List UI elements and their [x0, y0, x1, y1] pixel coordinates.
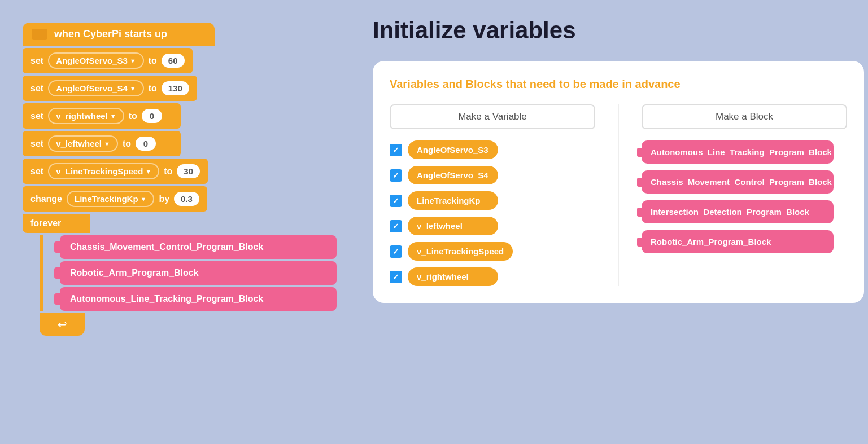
set-var-4: v_LineTrackingSpeed — [48, 163, 159, 179]
set-value-3: 0 — [136, 137, 156, 151]
set-block-3: set v_leftwheel to 0 — [23, 131, 181, 156]
forever-block-text-1: Robotic_Arm_Program_Block — [70, 268, 199, 278]
indent-group: Chassis_Movement_Control_Program_Block R… — [40, 235, 350, 311]
to-label-4: to — [164, 166, 172, 177]
set-label-1: set — [30, 83, 43, 94]
var-item-4: v_LineTrackingSpeed — [390, 242, 595, 261]
set-block-1: set AngleOfServo_S4 to 130 — [23, 76, 197, 101]
forever-block-text-2: Autonomous_Line_Tracking_Program_Block — [70, 294, 263, 304]
page-title: Initialize variables — [373, 17, 864, 44]
var-pill-0: AngleOfServo_S3 — [408, 140, 498, 159]
block-pill-text-3: Robotic_Arm_Program_Block — [651, 237, 771, 247]
checkbox-0[interactable] — [390, 144, 402, 156]
var-item-0: AngleOfServo_S3 — [390, 140, 595, 159]
to-label-1: to — [149, 83, 157, 94]
var-pill-2: LineTrackingKp — [408, 191, 498, 210]
checkbox-1[interactable] — [390, 169, 402, 182]
var-item-5: v_rightwheel — [390, 267, 595, 286]
set-var-0: AngleOfServo_S3 — [48, 52, 144, 69]
block-pill-1: Chassis_Movement_Control_Program_Block — [642, 170, 834, 194]
var-pill-1: AngleOfServo_S4 — [408, 166, 498, 184]
block-pill-text-2: Intersection_Detection_Program_Block — [651, 207, 809, 217]
checkbox-5[interactable] — [390, 271, 402, 283]
change-block: change LineTrackingKp by 0.3 — [23, 186, 207, 212]
card-columns: Make a Variable AngleOfServo_S3 AngleOfS… — [390, 104, 847, 286]
to-label-0: to — [149, 56, 157, 66]
hat-block-text: when CyberPi starts up — [54, 28, 167, 40]
make-variable-header[interactable]: Make a Variable — [390, 104, 595, 129]
set-label-4: set — [30, 166, 43, 177]
loop-end: ↩ — [40, 313, 85, 336]
page-container: when CyberPi starts up set AngleOfServo_… — [0, 0, 868, 444]
set-value-0: 60 — [162, 54, 185, 68]
blocks-column: Make a Block Autonomous_Line_Tracking_Pr… — [642, 104, 847, 253]
set-block-4: set v_LineTrackingSpeed to 30 — [23, 159, 208, 184]
card-subtitle: Variables and Blocks that need to be mad… — [390, 78, 847, 91]
variables-card: Variables and Blocks that need to be mad… — [373, 61, 864, 303]
forever-block-0: Chassis_Movement_Control_Program_Block — [60, 235, 337, 259]
block-pill-text-1: Chassis_Movement_Control_Program_Block — [651, 177, 832, 187]
forever-block-text-0: Chassis_Movement_Control_Program_Block — [70, 242, 263, 252]
forever-block-2: Autonomous_Line_Tracking_Program_Block — [60, 287, 337, 311]
to-label-2: to — [129, 111, 137, 121]
forever-label: forever — [30, 218, 61, 228]
set-var-1: AngleOfServo_S4 — [48, 80, 144, 96]
hat-block: when CyberPi starts up — [23, 23, 215, 46]
change-label: change — [30, 194, 62, 204]
var-item-1: AngleOfServo_S4 — [390, 166, 595, 184]
right-panel: Initialize variables Variables and Block… — [373, 17, 864, 303]
set-var-3: v_leftwheel — [48, 135, 118, 152]
checkbox-3[interactable] — [390, 220, 402, 232]
checkbox-4[interactable] — [390, 245, 402, 258]
to-label-3: to — [123, 139, 131, 149]
column-divider — [618, 104, 619, 286]
change-value: 0.3 — [174, 192, 199, 206]
set-value-1: 130 — [162, 81, 189, 95]
set-label-0: set — [30, 56, 43, 66]
change-var: LineTrackingKp — [67, 191, 154, 207]
set-block-2: set v_rightwheel to 0 — [23, 103, 181, 129]
block-pill-2: Intersection_Detection_Program_Block — [642, 200, 834, 223]
var-pill-5: v_rightwheel — [408, 267, 498, 286]
set-value-4: 30 — [177, 164, 200, 178]
forever-block-1: Robotic_Arm_Program_Block — [60, 261, 337, 285]
var-item-3: v_leftwheel — [390, 217, 595, 235]
code-blocks-panel: when CyberPi starts up set AngleOfServo_… — [23, 23, 350, 336]
forever-block: forever — [23, 214, 90, 233]
variables-column: Make a Variable AngleOfServo_S3 AngleOfS… — [390, 104, 595, 286]
block-pill-3: Robotic_Arm_Program_Block — [642, 230, 834, 253]
checkbox-2[interactable] — [390, 195, 402, 207]
make-block-header[interactable]: Make a Block — [642, 104, 847, 129]
var-item-2: LineTrackingKp — [390, 191, 595, 210]
var-pill-3: v_leftwheel — [408, 217, 498, 235]
by-label: by — [159, 194, 169, 204]
var-pill-4: v_LineTrackingSpeed — [408, 242, 513, 261]
set-block-0: set AngleOfServo_S3 to 60 — [23, 48, 193, 73]
set-var-2: v_rightwheel — [48, 108, 124, 124]
set-value-2: 0 — [142, 109, 162, 123]
set-label-2: set — [30, 111, 43, 121]
set-label-3: set — [30, 139, 43, 149]
block-pill-0: Autonomous_Line_Tracking_Program_Block — [642, 140, 834, 164]
loop-end-icon: ↩ — [58, 318, 67, 331]
block-pill-text-0: Autonomous_Line_Tracking_Program_Block — [651, 147, 832, 157]
